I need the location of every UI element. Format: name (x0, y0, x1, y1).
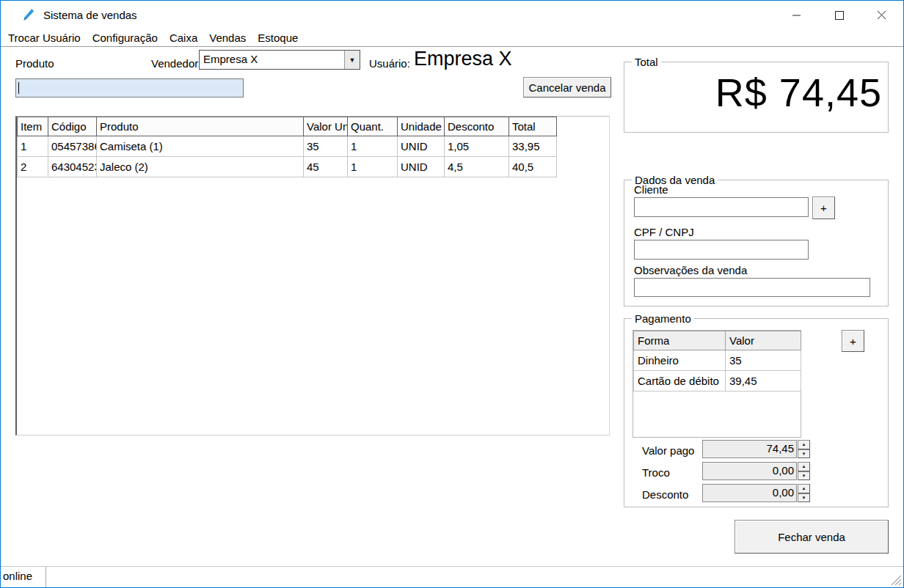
change-label: Troco (642, 466, 670, 479)
table-cell[interactable]: 35 (726, 350, 801, 371)
column-header[interactable]: Valor Uni (304, 117, 348, 136)
status-bar: online (1, 566, 903, 587)
resize-grip[interactable] (890, 574, 902, 586)
paid-amount-value[interactable]: 74,45 (702, 440, 797, 458)
table-cell[interactable]: 39,45 (726, 371, 801, 392)
table-cell[interactable]: Cartão de débito (634, 371, 726, 392)
table-cell[interactable]: 1 (348, 136, 398, 157)
spin-down-icon[interactable]: ▼ (798, 449, 810, 459)
table-cell[interactable]: 1 (18, 136, 48, 157)
column-header[interactable]: Valor (726, 331, 801, 350)
total-group-label: Total (632, 56, 661, 68)
table-cell[interactable]: 35 (304, 136, 348, 157)
column-header[interactable]: Desconto (445, 117, 509, 136)
paid-amount-label: Valor pago (642, 444, 694, 457)
items-grid: ItemCódigoProdutoValor UniQuant.UnidadeD… (15, 116, 610, 436)
payment-table: FormaValor Dinheiro35Cartão de débito39,… (633, 331, 801, 392)
table-cell[interactable]: Jaleco (2) (97, 157, 304, 177)
cancel-sale-button[interactable]: Cancelar venda (523, 77, 611, 98)
table-row[interactable]: Dinheiro35 (634, 350, 801, 371)
table-cell[interactable]: Camiseta (1) (97, 136, 304, 157)
discount-label: Desconto (642, 488, 688, 501)
window-title: Sistema de vendas (43, 9, 137, 21)
menu-item-trocar-usuario[interactable]: Trocar Usuário (2, 30, 87, 46)
app-window: Sistema de vendas Trocar Usuário Configu… (0, 0, 904, 588)
spin-down-icon[interactable]: ▼ (798, 471, 810, 481)
minimize-icon[interactable] (776, 1, 818, 30)
user-label: Usuário: (369, 57, 410, 70)
table-cell[interactable]: 40,5 (509, 157, 557, 177)
column-header[interactable]: Item (18, 117, 48, 136)
pencil-icon (21, 7, 35, 23)
menu-item-caixa[interactable]: Caixa (164, 30, 203, 46)
menu-bar: Trocar Usuário Configuração Caixa Vendas… (1, 30, 903, 47)
close-icon[interactable] (861, 1, 903, 30)
total-groupbox: Total R$ 74,45 (624, 62, 889, 133)
table-cell[interactable]: 45 (304, 157, 348, 177)
payment-grid: FormaValor Dinheiro35Cartão de débito39,… (633, 330, 801, 438)
paid-amount-stepper: 74,45 ▲ ▼ (702, 440, 810, 458)
add-client-button[interactable]: + (812, 196, 835, 219)
payment-table-header-row: FormaValor (634, 331, 801, 350)
table-cell[interactable]: UNID (398, 136, 445, 157)
product-search-input[interactable] (15, 78, 244, 98)
table-cell[interactable]: 2 (18, 157, 48, 177)
table-row[interactable]: 105457386Camiseta (1)351UNID1,0533,95 (18, 136, 557, 157)
column-header[interactable]: Quant. (348, 117, 398, 136)
menu-item-vendas[interactable]: Vendas (203, 30, 252, 46)
product-label: Produto (15, 57, 54, 70)
table-cell[interactable]: UNID (398, 157, 445, 177)
table-cell[interactable]: 1,05 (445, 136, 509, 157)
payment-groupbox: Pagamento FormaValor Dinheiro35Cartão de… (624, 318, 889, 507)
sale-data-groupbox: Dados da venda Cliente + CPF / CNPJ Obse… (624, 180, 889, 306)
table-row[interactable]: 264304523Jaleco (2)451UNID4,540,5 (18, 157, 557, 177)
payment-group-label: Pagamento (632, 312, 694, 325)
column-header[interactable]: Forma (634, 331, 726, 350)
add-payment-button[interactable]: + (842, 330, 864, 352)
spin-down-icon[interactable]: ▼ (798, 493, 810, 503)
maximize-icon[interactable] (818, 1, 861, 30)
spin-up-icon[interactable]: ▲ (798, 440, 810, 449)
text-caret (18, 82, 19, 94)
client-input[interactable] (634, 197, 809, 217)
items-table-header-row: ItemCódigoProdutoValor UniQuant.UnidadeD… (18, 117, 557, 136)
cpf-cnpj-label: CPF / CNPJ (634, 226, 694, 238)
cpf-cnpj-input[interactable] (634, 240, 809, 260)
menu-item-configuracao[interactable]: Configuração (87, 30, 164, 46)
items-table: ItemCódigoProdutoValor UniQuant.UnidadeD… (17, 117, 557, 177)
vendor-combobox[interactable]: Empresa X ▼ (199, 50, 360, 70)
change-stepper: 0,00 ▲ ▼ (702, 462, 810, 480)
discount-stepper: 0,00 ▲ ▼ (702, 484, 810, 502)
table-cell[interactable]: 4,5 (445, 157, 509, 177)
close-sale-button[interactable]: Fechar venda (734, 520, 889, 554)
caption-buttons (776, 1, 903, 30)
total-amount: R$ 74,45 (715, 70, 882, 115)
change-value[interactable]: 0,00 (702, 462, 797, 480)
spin-up-icon[interactable]: ▲ (798, 484, 810, 493)
client-label: Cliente (634, 183, 668, 196)
spin-up-icon[interactable]: ▲ (798, 462, 810, 471)
menu-item-estoque[interactable]: Estoque (252, 30, 304, 46)
table-cell[interactable]: 33,95 (509, 136, 557, 157)
title-bar: Sistema de vendas (1, 1, 903, 30)
table-row[interactable]: Cartão de débito39,45 (634, 371, 801, 392)
chevron-down-icon[interactable]: ▼ (344, 51, 360, 69)
table-cell[interactable]: 64304523 (48, 157, 97, 177)
sale-notes-input[interactable] (634, 278, 870, 297)
table-cell[interactable]: 05457386 (48, 136, 97, 157)
table-cell[interactable]: 1 (348, 157, 398, 177)
vendor-label: Vendedor: (151, 57, 195, 70)
table-cell[interactable]: Dinheiro (634, 350, 726, 371)
vendor-selected-value: Empresa X (200, 51, 344, 69)
column-header[interactable]: Unidade (398, 117, 445, 136)
user-name-value: Empresa X (414, 48, 512, 70)
column-header[interactable]: Produto (97, 117, 304, 136)
status-online-text: online (1, 567, 46, 587)
column-header[interactable]: Total (509, 117, 557, 136)
sale-notes-label: Observações da venda (634, 264, 747, 276)
discount-value[interactable]: 0,00 (702, 484, 797, 502)
column-header[interactable]: Código (48, 117, 97, 136)
